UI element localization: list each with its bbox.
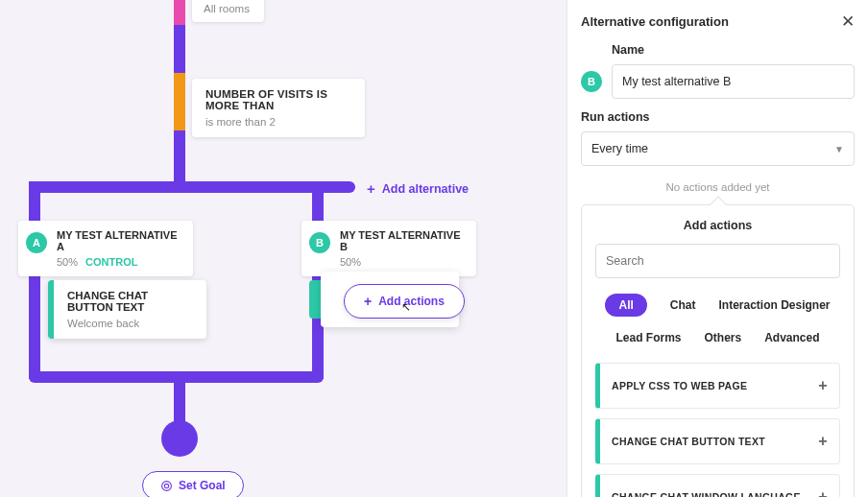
action-item-apply-css[interactable]: APPLY CSS TO WEB PAGE + bbox=[595, 363, 840, 409]
name-badge: B bbox=[581, 71, 602, 92]
card-label: All rooms bbox=[204, 3, 253, 14]
plus-icon: + bbox=[818, 433, 828, 450]
svg-point-1 bbox=[164, 484, 168, 487]
plus-icon: + bbox=[364, 294, 372, 309]
search-input[interactable] bbox=[595, 244, 840, 278]
chip-lead-forms[interactable]: Lead Forms bbox=[615, 326, 681, 349]
card-visits[interactable]: NUMBER OF VISITS IS MORE THAN is more th… bbox=[192, 79, 365, 137]
panel-title: Alternative configuration bbox=[581, 14, 729, 29]
alternative-sub: 50% bbox=[340, 256, 463, 268]
plus-icon: + bbox=[818, 377, 828, 394]
badge-a: A bbox=[26, 232, 47, 253]
card-title: NUMBER OF VISITS IS MORE THAN bbox=[205, 88, 351, 111]
action-item-label: CHANGE CHAT WINDOW LANGUAGE bbox=[612, 491, 801, 497]
add-actions-title: Add actions bbox=[595, 219, 840, 232]
close-icon[interactable]: ✕ bbox=[841, 13, 855, 30]
card-subtitle: is more than 2 bbox=[205, 116, 351, 128]
button-label: Set Goal bbox=[179, 479, 226, 492]
add-alternative-link[interactable]: + Add alternative bbox=[367, 180, 469, 197]
chevron-down-icon: ▼ bbox=[834, 144, 844, 154]
svg-point-0 bbox=[162, 481, 172, 490]
add-actions-button[interactable]: + Add actions bbox=[344, 284, 465, 319]
goal-node bbox=[161, 420, 198, 457]
action-item-change-button-text[interactable]: CHANGE CHAT BUTTON TEXT + bbox=[595, 418, 840, 464]
connector bbox=[174, 379, 185, 422]
action-sub: Welcome back bbox=[67, 318, 193, 329]
category-chips: All Chat Interaction Designer Lead Forms… bbox=[595, 294, 840, 349]
add-actions-card: Add actions All Chat Interaction Designe… bbox=[581, 204, 855, 497]
run-actions-select[interactable]: Every time ▼ bbox=[581, 131, 855, 166]
connector-h bbox=[29, 181, 355, 193]
card-all-rooms[interactable]: All rooms bbox=[192, 0, 264, 22]
button-label: Add actions bbox=[378, 295, 445, 308]
plus-icon: + bbox=[818, 488, 828, 497]
no-actions-text: No actions added yet bbox=[581, 181, 855, 193]
chip-others[interactable]: Others bbox=[704, 326, 741, 349]
action-item-label: APPLY CSS TO WEB PAGE bbox=[612, 380, 747, 391]
alternative-sub: 50%CONTROL bbox=[57, 256, 180, 268]
badge-b: B bbox=[309, 232, 330, 253]
name-input[interactable] bbox=[612, 64, 855, 99]
link-label: Add alternative bbox=[382, 182, 469, 196]
set-goal-button[interactable]: Set Goal bbox=[142, 471, 244, 497]
connector-orange bbox=[174, 73, 185, 130]
connector bbox=[29, 181, 40, 379]
select-value: Every time bbox=[591, 142, 648, 155]
action-item-label: CHANGE CHAT BUTTON TEXT bbox=[612, 436, 765, 447]
alternative-b-card[interactable]: B MY TEST ALTERNATIVE B 50% bbox=[301, 221, 476, 276]
chip-all[interactable]: All bbox=[605, 294, 646, 317]
alternative-title: MY TEST ALTERNATIVE B bbox=[340, 229, 463, 252]
chip-interaction-designer[interactable]: Interaction Designer bbox=[718, 294, 830, 317]
alternative-title: MY TEST ALTERNATIVE A bbox=[57, 229, 180, 252]
chip-advanced[interactable]: Advanced bbox=[764, 326, 819, 349]
action-title: CHANGE CHAT BUTTON TEXT bbox=[67, 290, 193, 313]
action-card-change-text[interactable]: CHANGE CHAT BUTTON TEXT Welcome back bbox=[48, 280, 206, 339]
action-item-change-window-language[interactable]: CHANGE CHAT WINDOW LANGUAGE + bbox=[595, 474, 840, 497]
alternative-a-card[interactable]: A MY TEST ALTERNATIVE A 50%CONTROL bbox=[18, 221, 193, 276]
run-actions-label: Run actions bbox=[581, 110, 855, 124]
connector bbox=[174, 25, 185, 73]
target-icon bbox=[160, 480, 173, 492]
config-panel: Alternative configuration ✕ Name B Run a… bbox=[567, 0, 868, 497]
action-stub bbox=[309, 280, 321, 319]
flow-canvas: All rooms NUMBER OF VISITS IS MORE THAN … bbox=[0, 0, 567, 497]
name-label: Name bbox=[612, 43, 855, 57]
chip-chat[interactable]: Chat bbox=[670, 294, 696, 317]
connector bbox=[174, 130, 185, 186]
plus-icon: + bbox=[367, 180, 375, 197]
connector-pink bbox=[174, 0, 185, 25]
